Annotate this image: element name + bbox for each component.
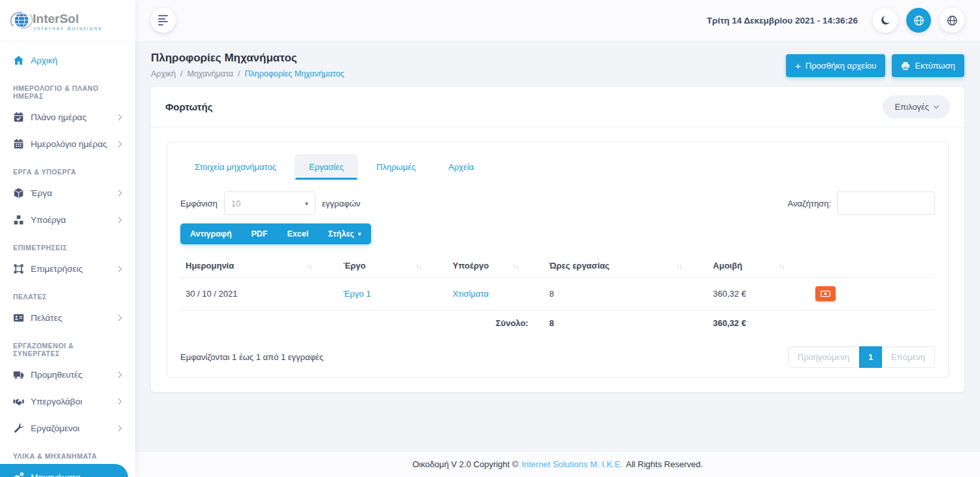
copy-button[interactable]: Αντιγραφή [180,223,242,244]
pagination: Προηγούμενη 1 Επόμενη [788,346,935,368]
payment-button[interactable] [815,286,836,301]
page-head: Πληροφορίες Μηχανήματος Αρχική / Μηχανήμ… [151,41,964,87]
page-head-left: Πληροφορίες Μηχανήματος Αρχική / Μηχανήμ… [151,52,344,78]
globe-grid-icon [947,15,958,26]
sidebar-section-epimetriseis: ΕΠΙΜΕΤΡΗΣΕΙΣ [0,233,135,255]
menu-toggle-button[interactable] [151,8,176,33]
pagination-previous-button[interactable]: Προηγούμενη [788,346,859,368]
card-body: Στοιχεία μηχανήματος Εργασίες Πληρωμές Α… [151,127,964,392]
options-button-label: Επιλογές [894,102,929,112]
moon-icon [880,15,891,26]
search-label: Αναζήτηση: [788,199,831,208]
sidebar-item-label: Προμηθευτές [31,370,82,380]
table-header-row: Ημερομηνία↑↓ Έργο↑↓ Υποέργο↑↓ Ώρες εργασ… [180,254,935,278]
chevron-down-icon [934,103,939,108]
breadcrumb: Αρχική / Μηχανήματα / Πληροφορίες Μηχανή… [151,69,344,78]
sort-icon: ↑↓ [676,262,682,270]
sort-icon: ↑↓ [306,262,312,270]
sidebar-item-erga[interactable]: Έργα [0,180,135,206]
column-header-hours[interactable]: Ώρες εργασίας↑↓ [544,254,708,278]
options-button[interactable]: Επιλογές [883,95,950,118]
sidebar-item-label: Υπεργολάβοι [31,397,82,406]
sidebar-item-mixanimata[interactable]: Μηχανήματα [0,464,128,477]
chevron-right-icon [116,114,122,121]
column-label: Ώρες εργασίας [549,261,610,271]
sidebar-item-label: Επιμετρήσεις [31,264,83,274]
tab-stoixeia-mixanimatos[interactable]: Στοιχεία μηχανήματος [180,154,291,180]
user-avatar-button[interactable] [906,8,931,33]
pagination-page-1-button[interactable]: 1 [859,346,882,368]
excel-button[interactable]: Excel [278,223,319,244]
sidebar-item-imerologio-imeras[interactable]: Ημερολόγιο ημέρας [0,131,135,157]
calendar-icon [13,139,24,150]
sidebar-item-ypoerga[interactable]: Υποέργα [0,206,135,233]
sidebar-item-plano-imeras[interactable]: Πλάνο ημέρας [0,104,135,131]
brand-logo[interactable]: InterSol Internet Solutions [0,0,135,41]
search-control: Αναζήτηση: [788,191,935,215]
records-info: Εμφανίζονται 1 έως 1 από 1 εγγραφές [180,352,323,362]
handshake-icon [13,396,24,407]
sidebar-item-pelates[interactable]: Πελάτες [0,304,135,331]
home-icon [13,55,24,66]
sidebar-section-pelates: ΠΕΛΑΤΕΣ [0,282,135,304]
sidebar-item-ypergolavoi[interactable]: Υπεργολάβοι [0,388,135,415]
breadcrumb-item-arxiki[interactable]: Αρχική [151,69,176,78]
sidebar-item-label: Εργαζόμενοι [31,423,80,433]
records-label: εγγραφών [322,199,361,208]
search-input[interactable] [837,191,935,215]
pagination-next-button[interactable]: Επόμενη [882,346,935,368]
column-header-project[interactable]: Έργο↑↓ [338,254,447,278]
avatar-globe-icon [913,15,924,26]
sidebar-item-arxiki[interactable]: Αρχική [0,47,135,74]
page-actions: + Προσθήκη αρχείου Εκτύπωση [786,52,964,77]
column-label: Έργο [343,261,365,271]
chevron-right-icon [116,315,122,321]
machine-card: Φορτωτής Επιλογές Στοιχεία μηχανήματος Ε… [151,87,964,392]
topbar: Τρίτη 14 Δεκεμβρίου 2021 - 14:36:26 [135,0,980,41]
sidebar-item-label: Πλάνο ημέρας [31,112,86,122]
datetime-text: Τρίτη 14 Δεκεμβρίου 2021 - 14:36:26 [707,16,858,25]
page-length-control: Εμφάνιση 10 ▾ εγγραφών [180,191,361,215]
column-label: Ημερομηνία [186,261,234,271]
page-content: Πληροφορίες Μηχανήματος Αρχική / Μηχανήμ… [135,41,980,451]
column-label: Αμοιβή [713,261,742,271]
pdf-button[interactable]: PDF [242,223,278,244]
sidebar-item-label: Έργα [31,188,52,198]
sort-icon: ↑↓ [512,262,518,270]
footer-text-suffix: All Rights Reserved. [626,459,703,469]
sidebar-item-ergazomenoi[interactable]: Εργαζόμενοι [0,415,135,442]
export-button-group: Αντιγραφή PDF Excel Στήλες ▾ [180,223,371,244]
columns-button[interactable]: Στήλες ▾ [318,223,370,244]
print-button[interactable]: Εκτύπωση [892,54,964,77]
language-globe-button[interactable] [939,8,964,33]
column-header-fee[interactable]: Αμοιβή↑↓ [708,254,810,278]
table-row: 30 / 10 / 2021 Έργο 1 Χτισίματα 8 360,32… [180,278,935,310]
columns-button-label: Στήλες [328,229,354,238]
datatable-footer: Εμφανίζονται 1 έως 1 από 1 εγγραφές Προη… [180,338,935,368]
sidebar-item-label: Μηχανήματα [31,472,80,477]
tab-arxeia[interactable]: Αρχεία [434,154,488,180]
chevron-down-icon [108,474,115,477]
add-file-button[interactable]: + Προσθήκη αρχείου [786,54,885,77]
subproject-link[interactable]: Χτισίματα [453,289,489,299]
column-header-actions [810,254,935,278]
dark-mode-button[interactable] [873,8,898,33]
project-link[interactable]: Έργο 1 [343,289,370,299]
print-button-label: Εκτύπωση [915,61,955,71]
column-header-date[interactable]: Ημερομηνία↑↓ [180,254,338,278]
caret-down-icon: ▾ [305,200,308,207]
breadcrumb-item-mixanimata[interactable]: Μηχανήματα [187,69,233,78]
sidebar-item-promitheutes[interactable]: Προμηθευτές [0,361,135,388]
totals-hours: 8 [544,310,708,337]
topbar-right: Τρίτη 14 Δεκεμβρίου 2021 - 14:36:26 [707,8,964,33]
sidebar-item-epimetriseis[interactable]: Επιμετρήσεις [0,255,135,282]
column-header-subproject[interactable]: Υποέργο↑↓ [448,254,544,278]
sidebar-section-ylika-mixanimata: ΥΛΙΚΑ & ΜΗΧΑΝΗΜΑΤΑ [0,442,135,464]
totals-fee: 360,32 € [708,310,810,337]
page-length-select[interactable]: 10 ▾ [224,191,316,215]
footer-company-link[interactable]: Internet Solutions M. I.K.E. [521,459,623,469]
tab-ergasies[interactable]: Εργασίες [295,154,358,180]
breadcrumb-item-current: Πληροφορίες Μηχανήματος [244,69,344,78]
tab-pliromes[interactable]: Πληρωμές [362,154,430,180]
tab-panel-container: Στοιχεία μηχανήματος Εργασίες Πληρωμές Α… [167,142,949,378]
